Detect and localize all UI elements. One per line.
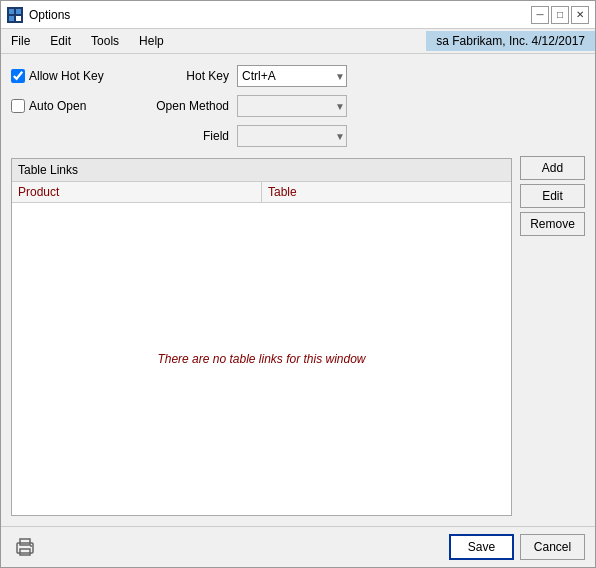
footer: Save Cancel [1, 526, 595, 567]
table-links-legend: Table Links [12, 159, 511, 182]
footer-buttons: Save Cancel [449, 534, 585, 560]
title-bar: Options ─ □ ✕ [1, 1, 595, 29]
menu-bar: File Edit Tools Help sa Fabrikam, Inc. 4… [1, 29, 595, 54]
app-icon [7, 7, 23, 23]
menu-tools[interactable]: Tools [81, 31, 129, 51]
allow-hotkey-checkbox[interactable] [11, 69, 25, 83]
svg-rect-1 [9, 9, 14, 14]
menu-help[interactable]: Help [129, 31, 174, 51]
field-row: Field ▼ [11, 124, 585, 148]
table-header: Product Table [12, 182, 511, 203]
maximize-button[interactable]: □ [551, 6, 569, 24]
close-button[interactable]: ✕ [571, 6, 589, 24]
minimize-button[interactable]: ─ [531, 6, 549, 24]
allow-hotkey-text: Allow Hot Key [29, 69, 104, 83]
user-info: sa Fabrikam, Inc. 4/12/2017 [426, 31, 595, 51]
window-title: Options [29, 8, 531, 22]
svg-rect-6 [20, 539, 30, 545]
field-dropdown-wrapper: ▼ [237, 125, 347, 147]
cancel-button[interactable]: Cancel [520, 534, 585, 560]
field-select[interactable] [237, 125, 347, 147]
auto-open-text: Auto Open [29, 99, 86, 113]
svg-rect-7 [20, 549, 30, 555]
table-links-group: Table Links Product Table There are no t… [11, 158, 512, 516]
save-button[interactable]: Save [449, 534, 514, 560]
hotkey-field-label: Hot Key [139, 69, 229, 83]
svg-rect-4 [16, 16, 21, 21]
allow-hotkey-row: Allow Hot Key Hot Key Ctrl+A ▼ [11, 64, 585, 88]
col-product-header: Product [12, 182, 262, 202]
remove-button[interactable]: Remove [520, 212, 585, 236]
open-method-label: Open Method [139, 99, 229, 113]
auto-open-row: Auto Open Open Method ▼ [11, 94, 585, 118]
options-window: Options ─ □ ✕ File Edit Tools Help sa Fa… [0, 0, 596, 568]
table-body: There are no table links for this window [12, 203, 511, 515]
window-controls: ─ □ ✕ [531, 6, 589, 24]
hotkey-select[interactable]: Ctrl+A [237, 65, 347, 87]
open-method-dropdown-wrapper: ▼ [237, 95, 347, 117]
empty-message: There are no table links for this window [157, 352, 365, 366]
edit-button[interactable]: Edit [520, 184, 585, 208]
printer-icon [13, 535, 37, 559]
menu-edit[interactable]: Edit [40, 31, 81, 51]
svg-point-8 [30, 545, 32, 547]
field-label: Field [139, 129, 229, 143]
auto-open-checkbox[interactable] [11, 99, 25, 113]
svg-rect-3 [9, 16, 14, 21]
add-button[interactable]: Add [520, 156, 585, 180]
allow-hotkey-label[interactable]: Allow Hot Key [11, 69, 131, 83]
main-area: Table Links Product Table There are no t… [11, 154, 585, 516]
side-buttons: Add Edit Remove [520, 154, 585, 516]
table-section: Table Links Product Table There are no t… [11, 154, 512, 516]
svg-rect-2 [16, 9, 21, 14]
open-method-select[interactable] [237, 95, 347, 117]
menu-file[interactable]: File [1, 31, 40, 51]
col-table-header: Table [262, 182, 511, 202]
content-area: Allow Hot Key Hot Key Ctrl+A ▼ Auto Open… [1, 54, 595, 526]
auto-open-label[interactable]: Auto Open [11, 99, 131, 113]
hotkey-dropdown-wrapper: Ctrl+A ▼ [237, 65, 347, 87]
footer-icon[interactable] [11, 533, 39, 561]
